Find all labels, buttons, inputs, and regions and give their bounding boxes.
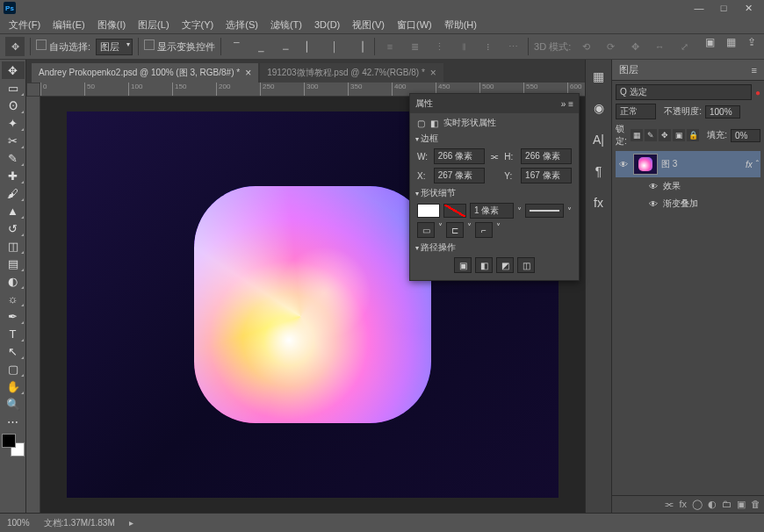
distribute-5-icon[interactable]: ⫶: [479, 37, 498, 56]
menu-view[interactable]: 视图(V): [347, 17, 390, 33]
dodge-tool[interactable]: ☼: [2, 290, 25, 307]
stroke-width-dropdown-icon[interactable]: ˅: [517, 206, 522, 216]
layer-mask-icon[interactable]: ◯: [692, 499, 703, 510]
path-select-tool[interactable]: ↖: [2, 342, 25, 360]
y-field[interactable]: 167 像素: [521, 168, 572, 183]
menu-select[interactable]: 选择(S): [220, 17, 263, 33]
menu-filter[interactable]: 滤镜(T): [265, 17, 307, 33]
layer-filter-dropdown[interactable]: Q 选定: [616, 84, 752, 100]
lock-artboard-icon[interactable]: ▣: [673, 129, 685, 141]
paragraph-panel-icon[interactable]: ¶: [589, 162, 609, 181]
foreground-color[interactable]: [2, 434, 16, 448]
distribute-3-icon[interactable]: ⋮: [429, 37, 449, 56]
visibility-icon[interactable]: 👁: [617, 160, 630, 169]
fill-swatch[interactable]: [417, 204, 440, 218]
shape-tool[interactable]: ▢: [2, 360, 25, 377]
zoom-tool[interactable]: 🔍: [2, 395, 25, 413]
layer-name[interactable]: 图 3: [661, 158, 677, 170]
menu-help[interactable]: 帮助(H): [439, 17, 482, 33]
eyedropper-tool[interactable]: ✎: [2, 149, 25, 167]
menu-window[interactable]: 窗口(W): [392, 17, 437, 33]
visibility-icon[interactable]: 👁: [647, 199, 659, 209]
eraser-tool[interactable]: ◫: [2, 237, 25, 255]
align-left-icon[interactable]: ▏: [300, 37, 320, 56]
path-combine-icon[interactable]: ▣: [454, 257, 472, 273]
heal-tool[interactable]: ✚: [2, 167, 25, 184]
new-layer-icon[interactable]: ▣: [737, 499, 746, 510]
show-transform-checkbox[interactable]: 显示变换控件: [144, 40, 215, 54]
crop-tool[interactable]: ✂: [2, 132, 25, 149]
properties-panel[interactable]: 属性» ≡ ▢ ◧ 实时形状属性 边框 W: 266 像素 ⫘ H: 266 像…: [409, 93, 580, 281]
lasso-tool[interactable]: ʘ: [2, 97, 25, 114]
width-field[interactable]: 266 像素: [434, 148, 485, 164]
close-icon[interactable]: ×: [245, 67, 251, 79]
fill-field[interactable]: 0%: [731, 129, 760, 142]
stroke-width-field[interactable]: 1 像素: [470, 203, 514, 219]
edit-toolbar[interactable]: ⋯: [2, 413, 25, 430]
layer-gradient-overlay-row[interactable]: 👁 渐变叠加: [616, 195, 760, 212]
blend-mode-dropdown[interactable]: 正常: [616, 104, 656, 119]
path-exclude-icon[interactable]: ◫: [517, 257, 535, 273]
lock-transparent-icon[interactable]: ▦: [631, 129, 643, 141]
caret-icon[interactable]: ˅: [496, 222, 501, 238]
menu-image[interactable]: 图像(I): [92, 17, 131, 33]
lock-pixel-icon[interactable]: ✎: [645, 129, 657, 141]
move-tool[interactable]: ✥: [2, 61, 25, 79]
distribute-1-icon[interactable]: ≡: [380, 37, 400, 56]
workspace-frame-icon[interactable]: ▣: [701, 33, 718, 51]
menu-layer[interactable]: 图层(L): [133, 17, 174, 33]
collapse-fx-icon[interactable]: ˆ: [756, 160, 759, 169]
align-top-icon[interactable]: ⎺: [227, 37, 246, 56]
window-minimize[interactable]: —: [687, 0, 711, 16]
3d-scale-icon[interactable]: ⤢: [674, 37, 694, 56]
hand-tool[interactable]: ✋: [2, 377, 25, 395]
panel-menu-icon[interactable]: ≡: [752, 65, 757, 75]
zoom-level[interactable]: 100%: [7, 518, 30, 528]
stroke-corners-dropdown[interactable]: ⌐: [475, 222, 493, 238]
panel-menu-icon[interactable]: ≡: [568, 99, 573, 109]
delete-layer-icon[interactable]: 🗑: [751, 499, 760, 510]
stroke-style-dropdown[interactable]: [525, 204, 564, 218]
3d-slide-icon[interactable]: ↔: [650, 37, 669, 56]
panel-collapse-icon[interactable]: »: [561, 99, 566, 109]
menu-edit[interactable]: 编辑(E): [47, 17, 90, 33]
lock-position-icon[interactable]: ✥: [659, 129, 671, 141]
character-panel-icon[interactable]: A|: [589, 130, 609, 149]
align-right-icon[interactable]: ▕: [350, 37, 369, 56]
marquee-tool[interactable]: ▭: [2, 79, 25, 97]
auto-select-checkbox[interactable]: 自动选择:: [36, 40, 90, 54]
layer-fx-badge[interactable]: fx: [746, 160, 753, 169]
window-maximize[interactable]: □: [711, 0, 736, 16]
ruler-vertical[interactable]: [26, 97, 40, 513]
styles-panel-icon[interactable]: fx: [589, 193, 609, 212]
height-field[interactable]: 266 像素: [521, 148, 572, 164]
filter-toggle[interactable]: ●: [755, 88, 760, 97]
opacity-field[interactable]: 100%: [705, 105, 740, 119]
stroke-style-caret-icon[interactable]: ˅: [567, 206, 572, 216]
pen-tool[interactable]: ✒: [2, 307, 25, 325]
layer-row[interactable]: 👁 图 3 fx ˆ: [616, 151, 760, 177]
distribute-6-icon[interactable]: ⋯: [503, 37, 523, 56]
caret-icon[interactable]: ˅: [467, 222, 472, 238]
doc-info[interactable]: 文档:1.37M/1.83M: [44, 517, 115, 529]
wand-tool[interactable]: ✦: [2, 114, 25, 132]
x-field[interactable]: 267 像素: [434, 168, 485, 183]
menu-type[interactable]: 文字(Y): [177, 17, 220, 33]
stroke-swatch[interactable]: [443, 204, 466, 218]
menu-file[interactable]: 文件(F): [4, 17, 46, 33]
caret-icon[interactable]: ˅: [438, 222, 443, 238]
group-icon[interactable]: 🗀: [722, 499, 732, 510]
auto-select-dropdown[interactable]: 图层: [96, 39, 133, 55]
layer-fx-icon[interactable]: fx: [679, 499, 687, 510]
link-wh-icon[interactable]: ⫘: [488, 152, 501, 162]
path-subtract-icon[interactable]: ◧: [475, 257, 493, 273]
color-swatches[interactable]: [2, 434, 25, 457]
adjustment-layer-icon[interactable]: ◐: [708, 499, 717, 510]
document-tab-2[interactable]: 191203微博教程.psd @ 42.7%(RGB/8) *×: [260, 63, 443, 83]
distribute-4-icon[interactable]: ⫴: [454, 37, 473, 56]
distribute-2-icon[interactable]: ≣: [405, 37, 424, 56]
ruler-origin[interactable]: [26, 83, 40, 97]
doc-info-caret-icon[interactable]: ▸: [129, 518, 133, 528]
type-tool[interactable]: T: [2, 325, 25, 342]
lock-all-icon[interactable]: 🔒: [687, 129, 699, 141]
